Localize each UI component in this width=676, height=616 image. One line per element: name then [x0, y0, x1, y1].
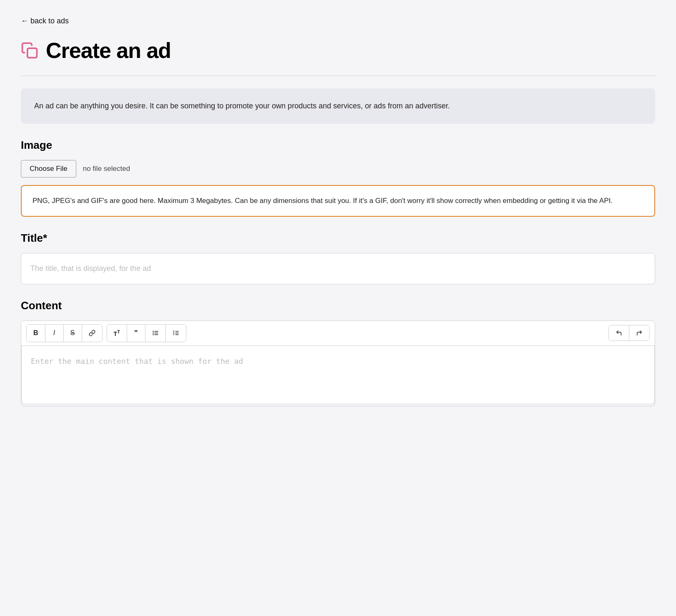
bullet-list-icon — [152, 330, 159, 336]
image-hint-text: PNG, JPEG's and GIF's are good here. Max… — [33, 197, 613, 205]
redo-button[interactable] — [629, 326, 649, 341]
link-icon — [89, 330, 95, 336]
svg-rect-0 — [28, 48, 37, 58]
choose-file-button[interactable]: Choose File — [21, 160, 76, 178]
link-button[interactable] — [82, 325, 102, 342]
svg-rect-4 — [154, 331, 158, 332]
content-section: Content B I S — [21, 299, 655, 406]
svg-rect-10 — [175, 331, 179, 332]
image-section: Image Choose File no file selected PNG, … — [21, 139, 655, 217]
bullet-list-button[interactable] — [145, 325, 166, 342]
info-box-text: An ad can be anything you desire. It can… — [34, 102, 450, 110]
title-input[interactable] — [21, 253, 655, 284]
title-section: Title* — [21, 232, 655, 284]
strikethrough-label: S — [70, 329, 75, 337]
svg-point-1 — [153, 331, 154, 332]
editor-wrapper: B I S — [21, 321, 655, 406]
toolbar-left-groups: B I S — [26, 324, 186, 342]
header-divider — [21, 75, 655, 76]
quote-button[interactable]: " — [127, 325, 145, 342]
ordered-list-icon: 1. 2. 3. — [173, 330, 179, 336]
heading-button[interactable]: TT — [107, 325, 127, 342]
content-editor[interactable] — [21, 346, 655, 404]
svg-text:3.: 3. — [173, 334, 175, 336]
svg-point-3 — [153, 334, 154, 336]
svg-point-2 — [153, 333, 154, 334]
toolbar-group-blocks: TT " — [107, 324, 186, 342]
image-hint-box: PNG, JPEG's and GIF's are good here. Max… — [21, 185, 655, 217]
info-box: An ad can be anything you desire. It can… — [21, 88, 655, 124]
copy-icon — [21, 42, 38, 59]
back-to-ads-link[interactable]: ← back to ads — [21, 17, 69, 25]
strikethrough-button[interactable]: S — [64, 325, 82, 342]
editor-toolbar: B I S — [21, 321, 655, 346]
back-link-text: ← back to ads — [21, 17, 69, 25]
svg-rect-11 — [175, 333, 179, 333]
heading-label: TT — [114, 329, 120, 337]
toolbar-group-formatting: B I S — [26, 324, 103, 342]
page-header: Create an ad — [21, 38, 655, 63]
image-section-label: Image — [21, 139, 655, 152]
redo-icon — [636, 330, 643, 336]
italic-label: I — [53, 329, 55, 337]
quote-label: " — [134, 329, 138, 338]
content-section-label: Content — [21, 299, 655, 312]
bold-button[interactable]: B — [27, 325, 45, 342]
toolbar-group-history — [608, 325, 650, 341]
file-input-row: Choose File no file selected — [21, 160, 655, 178]
svg-rect-12 — [175, 335, 179, 335]
italic-button[interactable]: I — [45, 325, 64, 342]
bold-label: B — [33, 329, 38, 337]
no-file-text: no file selected — [83, 165, 130, 173]
svg-rect-5 — [154, 333, 158, 333]
undo-icon — [616, 330, 622, 336]
ordered-list-button[interactable]: 1. 2. 3. — [166, 325, 186, 342]
page-title: Create an ad — [46, 38, 171, 63]
undo-button[interactable] — [609, 326, 629, 341]
title-section-label: Title* — [21, 232, 655, 245]
svg-rect-6 — [154, 335, 158, 335]
